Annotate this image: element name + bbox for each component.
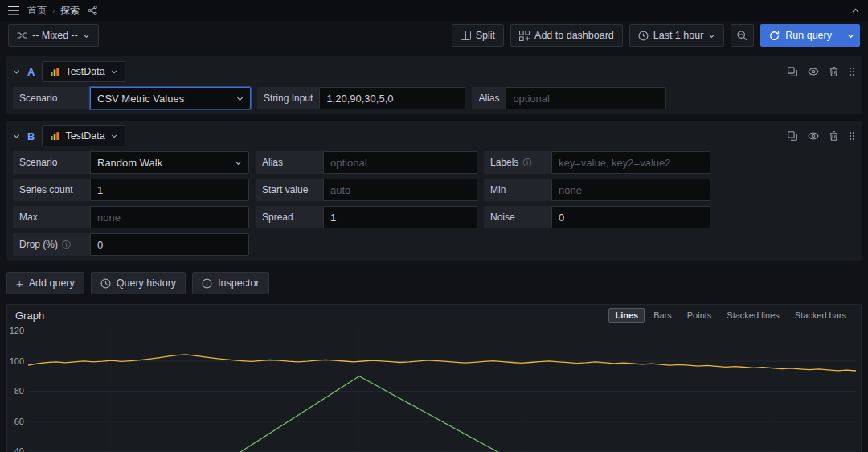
graph-panel: Graph Lines Bars Points Stacked lines St… (6, 304, 862, 452)
add-query-button[interactable]: + Add query (6, 272, 84, 294)
duplicate-query-icon[interactable] (788, 131, 797, 141)
max-field[interactable] (90, 206, 249, 228)
query-history-label: Query history (117, 277, 176, 289)
run-query-button[interactable]: Run query (760, 24, 860, 47)
remove-query-icon[interactable] (829, 67, 838, 76)
add-to-dashboard-button[interactable]: Add to dashboard (510, 24, 623, 47)
run-query-label: Run query (785, 30, 832, 41)
breadcrumb-home[interactable]: 首页 (27, 4, 47, 18)
history-icon (100, 278, 111, 289)
field-label-drop: Drop (%) ⓘ (13, 233, 90, 256)
share-icon[interactable] (88, 6, 97, 15)
query-a-datasource-label: TestData (65, 66, 104, 77)
graph-canvas[interactable]: 120100806040 (7, 326, 861, 452)
field-label-noise: Noise (484, 206, 551, 228)
zoom-out-button[interactable] (731, 24, 754, 47)
disable-query-icon[interactable] (808, 68, 819, 76)
drop-percent-field[interactable] (90, 233, 249, 256)
breadcrumb-separator: › (52, 6, 55, 15)
scenario-select-a-value: CSV Metric Values (97, 92, 184, 105)
add-dashboard-icon (519, 31, 530, 41)
explore-toolbar: -- Mixed -- Split Add to dashboard Last … (0, 21, 868, 50)
add-to-dashboard-label: Add to dashboard (534, 30, 614, 41)
field-label-spread: Spread (256, 206, 323, 228)
labels-field[interactable] (551, 151, 710, 174)
svg-text:100: 100 (10, 356, 24, 366)
field-label-max: Max (13, 206, 90, 228)
chevron-down-icon (235, 159, 242, 166)
top-nav: 首页 › 探索 (0, 0, 868, 21)
chevron-down-icon (111, 68, 117, 75)
chevron-down-icon (111, 133, 117, 139)
inspector-label: Inspector (218, 277, 259, 289)
testdata-icon (50, 67, 59, 76)
svg-text:40: 40 (14, 446, 24, 452)
svg-text:80: 80 (14, 386, 24, 396)
mode-bars[interactable]: Bars (647, 308, 678, 323)
breadcrumb-current[interactable]: 探索 (60, 4, 80, 18)
chevron-down-icon (83, 32, 90, 39)
string-input-field[interactable] (319, 87, 465, 109)
collapse-query-b-icon[interactable] (13, 133, 20, 140)
inspector-button[interactable]: Inspector (192, 272, 268, 294)
mode-points[interactable]: Points (681, 308, 719, 323)
query-b-datasource-picker[interactable]: TestData (42, 125, 125, 146)
query-b-datasource-label: TestData (65, 130, 104, 142)
scenario-select-a[interactable]: CSV Metric Values (90, 87, 251, 109)
query-a-datasource-picker[interactable]: TestData (42, 61, 125, 82)
mixed-datasource-icon (17, 31, 27, 39)
datasource-picker[interactable]: -- Mixed -- (8, 24, 99, 47)
svg-text:60: 60 (14, 417, 24, 426)
plus-icon: + (16, 277, 23, 290)
alias-field-a[interactable] (506, 87, 666, 109)
run-query-caret[interactable] (841, 24, 860, 47)
collapse-up-icon[interactable] (851, 7, 860, 14)
split-button[interactable]: Split (452, 24, 504, 47)
disable-query-icon[interactable] (808, 132, 819, 140)
query-actions: + Add query Query history Inspector (0, 267, 868, 294)
drag-handle-icon[interactable] (849, 67, 855, 76)
info-icon[interactable]: ⓘ (522, 158, 531, 167)
panel-title: Graph (15, 310, 44, 322)
min-field[interactable] (551, 179, 710, 201)
chevron-down-icon (708, 32, 715, 39)
series-count-field[interactable] (90, 179, 249, 201)
drag-handle-icon[interactable] (849, 131, 855, 141)
start-value-field[interactable] (323, 179, 477, 201)
mode-stacked-bars[interactable]: Stacked bars (788, 308, 853, 323)
query-ref-id: B (27, 130, 35, 142)
scenario-select-b[interactable]: Random Walk (90, 151, 249, 174)
field-label-scenario: Scenario (13, 87, 90, 109)
query-ref-id: A (27, 66, 35, 78)
chevron-down-icon (236, 95, 244, 102)
labels-label-text: Labels (490, 157, 518, 168)
remove-query-icon[interactable] (829, 131, 838, 141)
mode-stacked-lines[interactable]: Stacked lines (720, 308, 785, 323)
add-query-label: Add query (29, 277, 75, 289)
query-history-button[interactable]: Query history (91, 272, 186, 294)
time-range-label: Last 1 hour (653, 30, 704, 41)
field-label-series-count: Series count (13, 179, 90, 201)
split-icon (461, 31, 471, 40)
duplicate-query-icon[interactable] (788, 67, 797, 76)
alias-field-b[interactable] (323, 151, 477, 174)
graph-mode-switcher: Lines Bars Points Stacked lines Stacked … (608, 308, 853, 323)
query-row-a: A TestData (6, 56, 862, 114)
mode-lines[interactable]: Lines (608, 308, 645, 323)
menu-icon[interactable] (8, 6, 19, 15)
time-range-picker[interactable]: Last 1 hour (629, 24, 725, 47)
info-icon[interactable]: ⓘ (62, 240, 71, 249)
noise-field[interactable] (551, 206, 710, 228)
field-label-labels: Labels ⓘ (484, 151, 551, 174)
spread-field[interactable] (323, 206, 477, 228)
zoom-out-icon (737, 31, 747, 41)
field-label-string-input: String Input (257, 87, 319, 109)
clock-icon (638, 31, 649, 41)
drop-label-text: Drop (%) (19, 239, 58, 250)
field-label-min: Min (484, 179, 551, 201)
collapse-query-a-icon[interactable] (13, 68, 20, 76)
field-label-alias: Alias (472, 87, 506, 109)
svg-text:120: 120 (10, 326, 24, 335)
field-label-scenario: Scenario (13, 151, 90, 174)
field-label-alias: Alias (256, 151, 323, 174)
